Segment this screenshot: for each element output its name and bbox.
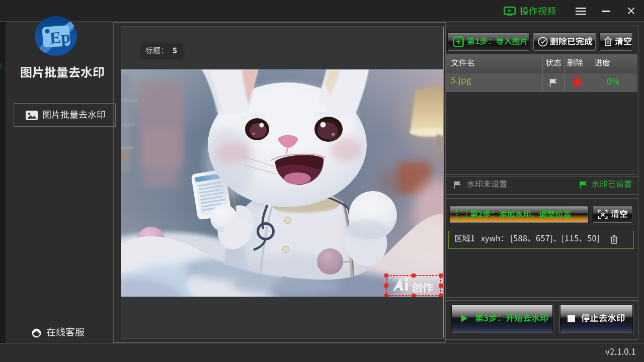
svg-text:Ep: Ep xyxy=(49,28,71,47)
